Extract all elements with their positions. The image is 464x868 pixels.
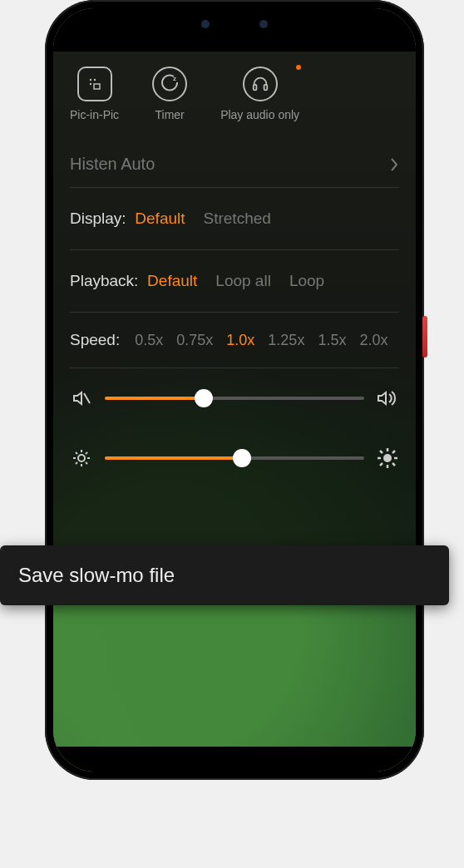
playback-opts-option[interactable]: Default xyxy=(147,272,197,290)
brightness-fill xyxy=(105,456,242,460)
display-opts-option[interactable]: Stretched xyxy=(204,210,271,228)
svg-rect-6 xyxy=(264,85,267,90)
settings-panel: Pic-in-Pic z Timer Play audio only xyxy=(53,52,416,550)
speed-opts-option[interactable]: 1.5x xyxy=(318,332,346,349)
audio-dot-indicator xyxy=(296,65,301,70)
playback-opts-option[interactable]: Loop all xyxy=(215,272,271,290)
brightness-low-icon[interactable] xyxy=(70,448,93,468)
speed-options: 0.5x0.75x1.0x1.25x1.5x2.0x xyxy=(135,332,387,349)
speed-opts-option[interactable]: 2.0x xyxy=(359,332,387,349)
pip-icon xyxy=(77,67,112,101)
svg-line-15 xyxy=(76,462,77,464)
speed-opts-option[interactable]: 1.0x xyxy=(226,332,254,349)
headphones-icon xyxy=(243,67,278,101)
brightness-slider[interactable] xyxy=(105,456,364,460)
letterbox-bottom xyxy=(53,747,416,772)
svg-point-1 xyxy=(89,83,91,85)
speed-opts-option[interactable]: 0.5x xyxy=(135,332,163,349)
svg-line-7 xyxy=(84,393,90,403)
pip-button[interactable]: Pic-in-Pic xyxy=(70,67,119,121)
display-options: DefaultStretched xyxy=(135,210,271,228)
playback-opts-option[interactable]: Loop xyxy=(289,272,324,290)
playback-label: Playback: xyxy=(70,272,138,290)
top-button-row: Pic-in-Pic z Timer Play audio only xyxy=(70,67,399,121)
volume-slider-row xyxy=(70,368,399,428)
speed-opts-option[interactable]: 0.75x xyxy=(176,332,213,349)
display-setting: Display: DefaultStretched xyxy=(70,188,399,250)
save-slowmo-toast[interactable]: Save slow-mo file xyxy=(0,545,449,605)
svg-point-8 xyxy=(78,455,85,461)
svg-point-0 xyxy=(89,79,91,81)
speed-setting: Speed: 0.5x0.75x1.0x1.25x1.5x2.0x xyxy=(70,313,399,368)
screen: Pic-in-Pic z Timer Play audio only xyxy=(53,8,416,772)
pip-label: Pic-in-Pic xyxy=(70,108,119,121)
svg-text:z: z xyxy=(173,75,176,82)
brightness-high-icon[interactable] xyxy=(376,447,399,469)
timer-label: Timer xyxy=(155,108,184,121)
audio-only-label: Play audio only xyxy=(220,108,299,121)
timer-icon: z xyxy=(152,67,187,101)
toast-text: Save slow-mo file xyxy=(18,564,175,587)
speed-label: Speed: xyxy=(70,331,120,349)
playback-options: DefaultLoop allLoop xyxy=(147,272,324,290)
brightness-slider-row xyxy=(70,428,399,488)
chevron-right-icon xyxy=(389,156,399,173)
timer-button[interactable]: z Timer xyxy=(152,67,187,121)
volume-thumb[interactable] xyxy=(195,389,213,407)
svg-line-23 xyxy=(392,463,395,466)
svg-rect-5 xyxy=(253,85,256,90)
playback-setting: Playback: DefaultLoop allLoop xyxy=(70,250,399,313)
audio-only-button[interactable]: Play audio only xyxy=(220,67,299,121)
power-button xyxy=(422,316,427,358)
svg-line-24 xyxy=(380,463,383,466)
svg-point-2 xyxy=(93,79,95,81)
display-label: Display: xyxy=(70,210,126,228)
histen-label: Histen Auto xyxy=(70,155,155,174)
svg-line-13 xyxy=(76,452,77,454)
brightness-thumb[interactable] xyxy=(233,449,251,467)
svg-line-14 xyxy=(86,462,87,464)
svg-line-25 xyxy=(392,451,395,453)
volume-slider[interactable] xyxy=(105,397,364,400)
svg-point-17 xyxy=(383,454,392,462)
svg-rect-3 xyxy=(94,84,100,89)
volume-max-icon[interactable] xyxy=(376,388,399,408)
volume-mute-icon[interactable] xyxy=(70,388,93,408)
speed-opts-option[interactable]: 1.25x xyxy=(268,332,304,349)
svg-line-22 xyxy=(380,451,383,453)
histen-row[interactable]: Histen Auto xyxy=(70,141,399,188)
notch xyxy=(180,12,289,37)
display-opts-option[interactable]: Default xyxy=(135,210,185,228)
phone-frame: Pic-in-Pic z Timer Play audio only xyxy=(45,0,424,780)
svg-line-16 xyxy=(86,452,87,454)
volume-fill xyxy=(105,397,204,400)
